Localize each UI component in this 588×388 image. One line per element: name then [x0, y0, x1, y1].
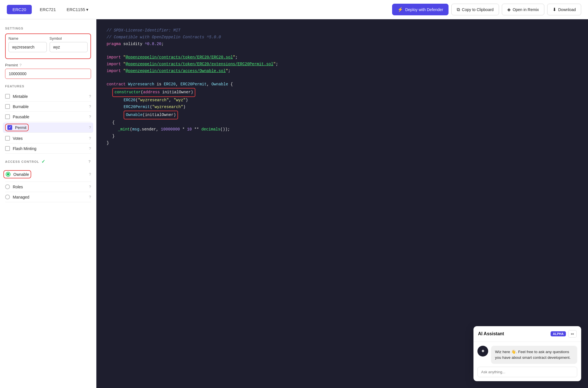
copy-clipboard-button[interactable]: ⧉ Copy to Clipboard: [451, 4, 499, 15]
deploy-defender-button[interactable]: ⚡ Deploy with Defender: [392, 4, 449, 15]
permit-checkbox[interactable]: [7, 125, 12, 130]
roles-label: Roles: [13, 185, 23, 189]
managed-help-icon[interactable]: ?: [89, 195, 91, 199]
tab-erc1155[interactable]: ERC1155 ▾: [64, 5, 91, 14]
symbol-field-group: Symbol: [50, 36, 88, 52]
token-type-tabs: ERC20 ERC721 ERC1155 ▾: [7, 5, 91, 14]
burnable-label: Burnable: [13, 104, 29, 109]
managed-label: Managed: [13, 195, 29, 199]
name-symbol-group: Name Symbol: [5, 33, 91, 59]
name-label: Name: [9, 36, 47, 41]
roles-radio[interactable]: [5, 184, 10, 189]
tab-erc721[interactable]: ERC721: [34, 5, 62, 14]
code-import2-kw: import: [107, 62, 123, 66]
premint-group: Premint ?: [5, 63, 91, 79]
ai-header-controls: ALPHA ⇔: [551, 330, 577, 338]
code-contract-kw: contract: [107, 82, 128, 87]
features-section: FEATURES Mintable ? Burnable ?: [5, 85, 91, 154]
features-section-label: FEATURES: [5, 85, 91, 88]
copy-icon: ⧉: [457, 7, 460, 12]
ai-assistant-header: AI Assistant ALPHA ⇔: [473, 326, 581, 342]
code-permit-call: ERC20Permit: [124, 105, 150, 109]
feature-flash-minting: Flash Minting ?: [5, 144, 91, 154]
code-import2-link: @openzeppelin/contracts/token/ERC20/exte…: [126, 62, 273, 66]
feature-burnable: Burnable ?: [5, 102, 91, 112]
ai-assistant-title: AI Assistant: [478, 331, 504, 336]
feature-mintable: Mintable ?: [5, 91, 91, 102]
code-import1-link: @openzeppelin/contracts/token/ERC20/ERC2…: [126, 55, 233, 60]
ownable-radio[interactable]: [6, 172, 10, 177]
ai-avatar-icon: ✦: [481, 348, 485, 354]
mintable-help-icon[interactable]: ?: [89, 94, 91, 98]
name-input[interactable]: [9, 42, 47, 52]
code-erc20-call: ERC20: [124, 98, 136, 102]
action-buttons: ⚡ Deploy with Defender ⧉ Copy to Clipboa…: [392, 4, 581, 15]
premint-label: Premint ?: [5, 63, 91, 67]
symbol-label: Symbol: [50, 36, 88, 41]
flash-minting-label: Flash Minting: [13, 146, 36, 151]
burnable-help-icon[interactable]: ?: [89, 104, 91, 109]
code-mint-call: _mint: [118, 127, 130, 132]
code-line-2: // Compatible with OpenZeppelin Contract…: [107, 35, 221, 39]
ai-message-bubble: Wiz here 👋. Feel free to ask any questio…: [491, 346, 577, 364]
mintable-label: Mintable: [13, 94, 28, 99]
permit-label: Permit: [15, 125, 26, 130]
feature-pausable: Pausable ?: [5, 112, 91, 122]
settings-sidebar: SETTINGS Name Symbol Premint ?: [0, 19, 96, 388]
burnable-checkbox[interactable]: [5, 104, 10, 109]
ai-expand-button[interactable]: ⇔: [568, 330, 577, 338]
deploy-icon: ⚡: [397, 7, 403, 12]
code-import3-link: @openzeppelin/contracts/access/Ownable.s…: [126, 69, 226, 73]
download-icon: ⬇: [553, 7, 556, 12]
symbol-input[interactable]: [50, 42, 88, 52]
code-line-1: // SPDX-License-Identifier: MIT: [107, 28, 180, 33]
permit-help-icon[interactable]: ?: [89, 125, 91, 130]
feature-votes: Votes ?: [5, 133, 91, 144]
ai-input-field[interactable]: [477, 367, 577, 377]
access-control-help-icon[interactable]: ?: [88, 159, 91, 164]
ai-messages-list: ✦ Wiz here 👋. Feel free to ask any quest…: [473, 342, 581, 367]
votes-checkbox[interactable]: [5, 136, 10, 141]
access-ownable: Ownable ?: [5, 167, 91, 182]
ai-avatar: ✦: [477, 346, 488, 357]
pausable-checkbox[interactable]: [5, 114, 10, 119]
code-pragma-kw: pragma: [107, 42, 121, 46]
access-control-section: ACCESS CONTROL ✓ ?: [5, 159, 91, 164]
code-constructor-highlight: constructor(address initialOwner): [112, 88, 195, 97]
votes-help-icon[interactable]: ?: [89, 136, 91, 140]
premint-input[interactable]: [5, 69, 91, 79]
ai-input-area: [473, 367, 581, 381]
access-control-check-icon: ✓: [41, 159, 45, 164]
top-navigation: ERC20 ERC721 ERC1155 ▾ ⚡ Deploy with Def…: [0, 0, 588, 19]
alpha-badge: ALPHA: [551, 331, 566, 336]
code-import1-kw: import: [107, 55, 123, 60]
ownable-help-icon[interactable]: ?: [89, 172, 91, 176]
mintable-checkbox[interactable]: [5, 94, 10, 99]
code-ownable-highlight: Ownable(initialOwner): [124, 111, 178, 120]
premint-help-icon[interactable]: ?: [20, 63, 22, 67]
main-content: SETTINGS Name Symbol Premint ?: [0, 19, 588, 388]
pausable-help-icon[interactable]: ?: [89, 115, 91, 119]
tab-erc20[interactable]: ERC20: [7, 5, 32, 14]
feature-permit: Permit ?: [3, 123, 93, 133]
access-managed: Managed ?: [5, 192, 91, 202]
ai-message: ✦ Wiz here 👋. Feel free to ask any quest…: [477, 346, 577, 364]
ai-assistant-panel: AI Assistant ALPHA ⇔ ✦ Wiz here 👋. Feel …: [473, 326, 581, 381]
roles-help-icon[interactable]: ?: [89, 185, 91, 189]
settings-section-label: SETTINGS: [5, 27, 91, 30]
code-editor-panel: // SPDX-License-Identifier: MIT // Compa…: [96, 19, 588, 388]
votes-label: Votes: [13, 136, 23, 141]
code-import3-kw: import: [107, 69, 123, 73]
flash-minting-checkbox[interactable]: [5, 146, 10, 151]
pausable-label: Pausable: [13, 115, 29, 119]
remix-icon: ◈: [507, 7, 511, 12]
ownable-label: Ownable: [13, 172, 29, 177]
managed-radio[interactable]: [5, 195, 10, 199]
flash-minting-help-icon[interactable]: ?: [89, 146, 91, 151]
code-content: // SPDX-License-Identifier: MIT // Compa…: [107, 27, 578, 147]
open-remix-button[interactable]: ◈ Open in Remix: [502, 4, 544, 15]
access-roles: Roles ?: [5, 182, 91, 192]
download-button[interactable]: ⬇ Download: [547, 4, 581, 15]
name-field-group: Name: [9, 36, 47, 52]
